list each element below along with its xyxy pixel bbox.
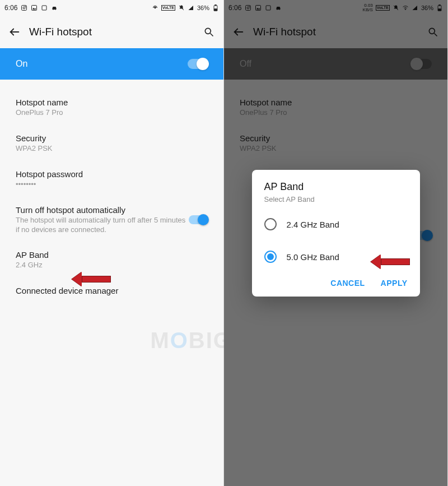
hotspot-switch[interactable] [188, 59, 208, 69]
setting-title: Turn off hotspot automatically [16, 205, 189, 215]
setting-hotspot-name[interactable]: Hotspot name OnePlus 7 Pro [0, 90, 223, 126]
car-icon [275, 4, 282, 11]
dialog-title: AP Band [252, 181, 420, 193]
svg-rect-20 [256, 6, 261, 11]
app-header: Wi-Fi hotspot [0, 16, 223, 48]
signal-icon [188, 4, 194, 11]
setting-title: Hotspot name [16, 98, 208, 107]
setting-value: 2.4 GHz [16, 261, 208, 270]
screen-left: 6:06 VoLTE 36% Wi-Fi hotspot On [0, 0, 224, 486]
instagram-icon [245, 4, 251, 11]
svg-point-24 [279, 9, 281, 10]
svg-point-23 [277, 9, 278, 10]
signal-icon [412, 4, 418, 11]
svg-rect-12 [215, 5, 216, 6]
setting-title: Security [16, 133, 208, 143]
setting-value: OnePlus 7 Pro [240, 108, 432, 118]
wifi-icon [402, 4, 409, 11]
setting-value: •••••••• [16, 180, 208, 189]
setting-security[interactable]: Security WPA2 PSK [0, 126, 223, 161]
statusbar: 6:06 VoLTE 36% [0, 0, 223, 16]
battery-icon [436, 4, 443, 11]
picture-icon [31, 4, 38, 11]
setting-hotspot-name[interactable]: Hotspot name OnePlus 7 Pro [224, 90, 447, 126]
hotspot-icon [152, 4, 158, 11]
setting-security[interactable]: Security WPA2 PSK [224, 126, 447, 161]
battery-pct: 36% [197, 4, 209, 11]
data-speed: 0.03KB/S [363, 3, 373, 12]
svg-point-7 [55, 9, 57, 10]
volte-icon: VoLTE [161, 5, 175, 11]
screenshot-icon [265, 4, 272, 11]
annotation-arrow [371, 254, 410, 269]
setting-password[interactable]: Hotspot password •••••••• [0, 161, 223, 197]
svg-point-2 [25, 6, 26, 7]
setting-connected-devices[interactable]: Connected device manager [0, 278, 223, 303]
svg-marker-4 [32, 8, 36, 10]
svg-rect-3 [32, 6, 37, 11]
hotspot-toggle-row[interactable]: Off [224, 48, 447, 80]
svg-point-32 [429, 28, 435, 34]
app-header: Wi-Fi hotspot [224, 16, 447, 48]
page-title: Wi-Fi hotspot [29, 26, 92, 38]
bell-off-icon [393, 4, 399, 11]
screen-right: 6:06 0.03KB/S VoLTE 36% Wi-Fi hotspot [224, 0, 448, 486]
svg-rect-5 [42, 6, 46, 10]
search-button[interactable] [201, 24, 217, 40]
instagram-icon [21, 4, 27, 11]
back-button[interactable] [231, 24, 246, 40]
hotspot-switch[interactable] [412, 59, 432, 69]
radio-option-24ghz[interactable]: 2.4 GHz Band [252, 208, 420, 240]
setting-ap-band[interactable]: AP Band 2.4 GHz [0, 242, 223, 278]
radio-label: 2.4 GHz Band [287, 220, 339, 229]
setting-title: Security [240, 133, 432, 143]
annotation-arrow [72, 272, 111, 286]
svg-rect-30 [438, 9, 441, 11]
svg-marker-21 [256, 8, 260, 10]
radio-button[interactable] [264, 251, 277, 263]
auto-off-switch[interactable] [189, 215, 208, 224]
search-button[interactable] [425, 24, 441, 40]
screenshot-icon [41, 4, 48, 11]
svg-point-18 [247, 7, 249, 9]
settings-list: Hotspot name OnePlus 7 Pro Security WPA2… [0, 80, 223, 313]
svg-line-33 [435, 34, 437, 36]
svg-marker-27 [412, 6, 417, 10]
toggle-state-label: Off [240, 59, 251, 69]
svg-point-1 [23, 7, 25, 9]
ap-band-dialog: AP Band Select AP Band 2.4 GHz Band 5.0 … [252, 170, 420, 297]
setting-desc: The hotspot will automatically turn off … [16, 216, 189, 235]
svg-point-6 [53, 9, 54, 10]
svg-point-15 [205, 28, 211, 34]
svg-point-19 [249, 6, 250, 7]
toggle-state-label: On [16, 59, 27, 69]
dialog-subtitle: Select AP Band [252, 193, 420, 208]
battery-pct: 36% [421, 4, 433, 11]
setting-value: OnePlus 7 Pro [16, 108, 208, 118]
bell-off-icon [178, 4, 185, 11]
page-title: Wi-Fi hotspot [253, 26, 316, 38]
status-time: 6:06 [228, 4, 241, 12]
radio-button[interactable] [264, 218, 277, 230]
setting-title: Connected device manager [16, 286, 208, 295]
svg-rect-13 [214, 9, 217, 11]
svg-rect-22 [266, 6, 270, 10]
apply-button[interactable]: APPLY [381, 279, 408, 288]
statusbar: 6:06 0.03KB/S VoLTE 36% [224, 0, 447, 16]
battery-icon [212, 4, 219, 11]
status-time: 6:06 [4, 4, 17, 12]
cancel-button[interactable]: CANCEL [330, 279, 365, 288]
setting-value: WPA2 PSK [16, 144, 208, 154]
setting-title: AP Band [16, 250, 208, 260]
hotspot-toggle-row[interactable]: On [0, 48, 223, 80]
setting-title: Hotspot password [16, 169, 208, 179]
setting-title: Hotspot name [240, 98, 432, 107]
svg-point-26 [405, 9, 406, 10]
back-button[interactable] [7, 24, 22, 40]
setting-value: WPA2 PSK [240, 144, 432, 154]
svg-rect-29 [439, 5, 440, 6]
svg-point-8 [155, 7, 156, 8]
svg-line-16 [211, 34, 213, 36]
setting-auto-off[interactable]: Turn off hotspot automatically The hotsp… [0, 197, 223, 243]
svg-marker-10 [188, 6, 193, 10]
